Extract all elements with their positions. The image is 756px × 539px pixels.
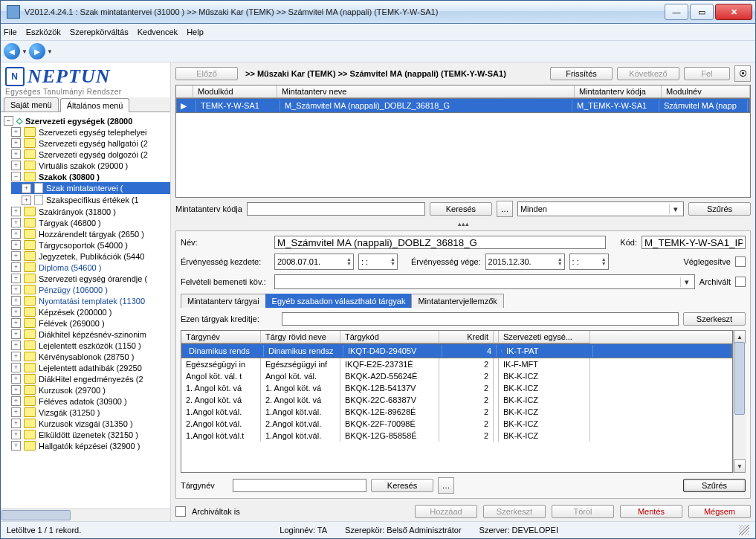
erv-kezdete-date[interactable]: 2008.07.01. ▲▼ (274, 254, 354, 270)
resize-grip-icon[interactable] (739, 525, 749, 535)
erv-vege-date[interactable]: 2015.12.30. ▲▼ (485, 254, 565, 270)
tree-item[interactable]: +Félévek (269000 ) (11, 317, 170, 329)
tree-item[interactable]: +Féléves adatok (30900 ) (11, 396, 170, 407)
expand-icon[interactable]: + (11, 419, 21, 428)
up-button[interactable]: Fel (684, 67, 730, 80)
tree-item[interactable]: +Diploma (54600 ) (11, 262, 170, 273)
tree-item[interactable]: +Diákhitel képzésnév-szinonim (11, 329, 170, 340)
tree-item[interactable]: +Vizsgák (31250 ) (11, 407, 170, 418)
nav-forward-icon[interactable]: ► (29, 43, 45, 59)
search1-more-button[interactable]: … (497, 201, 513, 217)
tree-item[interactable]: +Hallgatók képzései (32900 ) (11, 440, 170, 451)
subjects-grid[interactable]: Tárgynév Tárgy rövid neve Tárgykód Kredi… (181, 330, 733, 473)
tree-item[interactable]: +Jegyzetek, Publikációk (5440 (11, 251, 170, 262)
tree-item[interactable]: +Pénzügy (106000 ) (11, 284, 170, 295)
tab-general-menu[interactable]: Általános menü (60, 98, 130, 112)
minimize-button[interactable]: — (665, 4, 688, 20)
search2-button[interactable]: Keresés (371, 479, 433, 492)
table-row[interactable]: Dinamikus rendsDinamikus rendszIKQT-D4D-… (181, 343, 732, 358)
refresh-button[interactable]: Frissítés (550, 67, 613, 80)
g2-header-kod[interactable]: Tárgykód (340, 331, 439, 343)
expand-icon[interactable]: + (11, 207, 21, 216)
tree-item[interactable]: +Szakirányok (31800 ) (11, 206, 170, 217)
search1-input[interactable] (247, 202, 425, 216)
tree-item[interactable]: +Kérvénysablonok (28750 ) (11, 351, 170, 362)
expand-icon[interactable]: + (11, 229, 21, 239)
erv-kezdete-time[interactable]: : : ▲▼ (358, 254, 398, 270)
subjects-v-scrollbar[interactable]: ▲ ▼ (733, 330, 746, 473)
g2-header-szerv[interactable]: Szervezeti egysé... (499, 331, 590, 343)
expand-icon[interactable]: + (11, 307, 21, 317)
nav-back-icon[interactable]: ◄ (4, 43, 20, 59)
grid1-header-modulnev[interactable]: Modulnév (662, 85, 750, 98)
expand-icon[interactable]: + (11, 318, 21, 328)
expand-icon[interactable]: − (11, 172, 21, 181)
expand-icon[interactable]: + (11, 441, 21, 451)
spinner-icon[interactable]: ▲▼ (390, 257, 395, 266)
tree-item[interactable]: +Lejelentett adathibák (29250 (11, 362, 170, 373)
expand-icon[interactable]: + (11, 262, 21, 272)
table-row[interactable]: Angol köt. vál. tAngol köt. vál.BKQK-A2D… (181, 370, 732, 382)
expand-icon[interactable]: + (11, 127, 21, 137)
nav-back-dropdown[interactable]: ▼ (22, 48, 28, 55)
table-row[interactable]: 1. Angol köt. vá1. Angol köt. váBKQK-12B… (181, 382, 732, 394)
table-row[interactable]: 1.Angol köt.vál.1.Angol köt.vál.BKQK-12E… (181, 406, 732, 418)
splitter-handle-icon[interactable]: ▴▴▴ (175, 220, 751, 227)
prev-button[interactable]: Előző (175, 67, 238, 80)
add-button[interactable]: Hozzáad (415, 505, 477, 518)
expand-icon[interactable]: + (11, 149, 21, 159)
edit-button[interactable]: Szerkeszt (483, 505, 546, 518)
tree-root[interactable]: − ◇ Szervezeti egységek (28000 (1, 115, 170, 126)
expand-icon[interactable]: + (11, 430, 21, 439)
tree-item[interactable]: +Nyomtatási templatek (11300 (11, 295, 170, 306)
spinner-icon[interactable]: ▲▼ (558, 257, 563, 266)
menu-tools[interactable]: Eszközök (26, 28, 61, 36)
tree-item[interactable]: +Szakspecifikus értékek (1 (11, 194, 170, 206)
menu-file[interactable]: File (4, 28, 17, 36)
g2-header-targynev[interactable]: Tárgynév (181, 331, 261, 343)
expand-icon[interactable]: + (22, 196, 31, 205)
tree-item[interactable]: +Szervezeti egység hallgatói (2 (11, 138, 170, 149)
expand-icon[interactable]: + (11, 363, 21, 372)
tree[interactable]: − ◇ Szervezeti egységek (28000 +Szerveze… (1, 112, 170, 509)
expand-icon[interactable]: + (11, 296, 21, 306)
subtab-egyeb[interactable]: Egyéb szabadon választható tárgyak (265, 294, 413, 308)
tree-item[interactable]: +Szervezeti egység dolgozói (2 (11, 149, 170, 160)
tree-item[interactable]: +Kurzusok (29700 ) (11, 384, 170, 396)
credits-input[interactable] (282, 312, 679, 326)
tree-item[interactable]: +Szervezeti egység telephelyei (11, 126, 170, 138)
tree-item[interactable]: +Tárgyak (46800 ) (11, 217, 170, 228)
save-button[interactable]: Mentés (620, 505, 682, 518)
expand-icon[interactable]: + (11, 285, 21, 294)
tree-item[interactable]: +Szak mintatantervei ( (11, 182, 170, 194)
expand-icon[interactable]: + (11, 329, 21, 339)
tree-item[interactable]: +Hozzárendelt tárgyak (2650 ) (11, 228, 170, 239)
tree-item[interactable]: +Szervezeti egység órarendje ( (11, 273, 170, 284)
search2-filter-button[interactable]: Szűrés (683, 479, 746, 492)
expand-icon[interactable]: + (11, 161, 21, 170)
expand-icon[interactable]: + (11, 240, 21, 250)
cancel-button[interactable]: Mégsem (688, 505, 751, 518)
table-row[interactable]: Egészségügyi inEgészségügyi infIKQF-E2E-… (181, 358, 732, 370)
subtab-jellemzok[interactable]: Mintatantervjellemzők (411, 294, 503, 308)
close-button[interactable]: ✕ (715, 4, 752, 20)
subtab-targyai[interactable]: Mintatanterv tárgyai (181, 294, 266, 308)
tree-item[interactable]: +DiákHitel engedményezés (2 (11, 373, 170, 384)
search1-button[interactable]: Keresés (430, 202, 492, 216)
table-row[interactable]: 1.Angol köt.vál.t1.Angol köt.vál.BKQK-12… (181, 430, 732, 442)
grid1-header-modulkod[interactable]: Modulkód (193, 85, 277, 98)
kod-input[interactable] (642, 236, 746, 249)
pin-icon[interactable]: ⦿ (734, 65, 751, 82)
expand-icon[interactable]: + (11, 274, 21, 283)
scroll-down-icon[interactable]: ▼ (734, 459, 746, 473)
veglegesitve-checkbox[interactable] (735, 256, 746, 267)
credits-edit-button[interactable]: Szerkeszt (683, 312, 746, 326)
expand-icon[interactable]: + (11, 218, 21, 227)
tree-item[interactable]: +Virtuális szakok (29000 ) (11, 160, 170, 171)
tree-item[interactable]: +Elküldött üzenetek (32150 ) (11, 429, 170, 440)
expand-icon[interactable]: + (11, 340, 21, 350)
spinner-icon[interactable]: ▲▼ (601, 257, 607, 266)
g2-header-kredit[interactable]: Kredit (439, 331, 494, 343)
archivaltak-checkbox[interactable] (175, 506, 186, 517)
search1-filter-button[interactable]: Szűrés (688, 202, 751, 216)
